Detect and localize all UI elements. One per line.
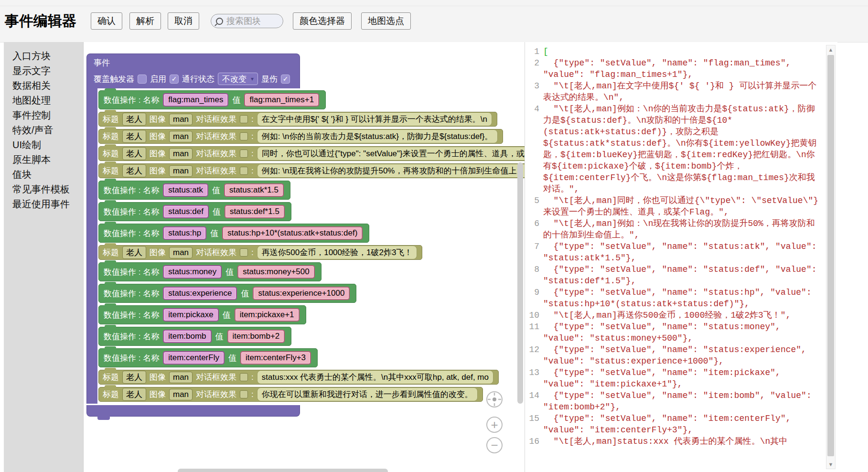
sidebar-item-4[interactable]: 地图处理 — [4, 93, 83, 108]
workspace-horizontal-scrollbar[interactable] — [178, 469, 388, 472]
scroll-up-arrow-icon[interactable]: ▲ — [826, 46, 835, 54]
dialog-effect-label: 对话框效果 — [196, 114, 236, 125]
value-chip[interactable]: flag:man_times+1 — [244, 93, 319, 107]
workspace-vertical-scrollbar[interactable] — [517, 162, 523, 404]
sidebar-item-8[interactable]: 原生脚本 — [4, 152, 83, 167]
image-chip[interactable]: man — [169, 114, 193, 125]
override-trigger-checkbox[interactable] — [138, 75, 147, 84]
title-chip[interactable]: 老人 — [122, 246, 146, 259]
code-scrollbar-thumb[interactable] — [827, 55, 834, 456]
color-picker-button[interactable]: 颜色选择器 — [293, 12, 352, 30]
value-chip[interactable]: item:bomb+2 — [227, 330, 285, 343]
setvalue-block[interactable]: 数值操作 : 名称flag:man_times值flag:man_times+1 — [98, 90, 326, 109]
sidebar-item-1[interactable]: 入口方块 — [4, 49, 83, 64]
name-chip[interactable]: item:bomb — [163, 330, 211, 343]
text-content-field[interactable]: 再送你500金币，1000经验，1破2炸3飞！ — [257, 246, 418, 259]
json-code-panel[interactable]: 1[2 {"type": "setValue", "name": "flag:m… — [525, 42, 837, 472]
search-input[interactable]: 搜索图块 — [211, 14, 283, 28]
event-block-header[interactable]: 事件 覆盖触发器 启用 ✓ 通行状态 不改变 ▾ 显伤 ✓ — [86, 54, 300, 88]
zoom-in-button[interactable]: + — [486, 417, 503, 433]
scroll-down-arrow-icon[interactable]: ▼ — [826, 461, 835, 468]
name-chip[interactable]: status:def — [163, 205, 209, 218]
map-pick-button[interactable]: 地图选点 — [361, 12, 411, 30]
name-chip[interactable]: status:atk — [163, 183, 208, 197]
name-chip[interactable]: item:pickaxe — [163, 308, 218, 322]
setvalue-block[interactable]: 数值操作 : 名称status:money值status:money+500 — [98, 262, 321, 281]
text-block[interactable]: 标题老人图像man对话框效果:status:xxx 代表勇士的某个属性。\n其中… — [98, 370, 499, 385]
sidebar-item-3[interactable]: 数据相关 — [4, 78, 83, 93]
name-chip[interactable]: flag:man_times — [163, 93, 228, 107]
value-chip[interactable]: status:money+500 — [237, 265, 314, 279]
dialog-effect-checkbox[interactable] — [240, 373, 248, 381]
value-chip[interactable]: status:def*1.5 — [225, 205, 285, 218]
title-chip[interactable]: 老人 — [122, 388, 146, 401]
value-chip[interactable]: item:pickaxe+1 — [235, 308, 300, 322]
sidebar-item-11[interactable]: 最近使用事件 — [4, 197, 83, 212]
pass-state-dropdown[interactable]: 不改变 ▾ — [218, 73, 258, 85]
setvalue-block[interactable]: 数值操作 : 名称status:experience值status:experi… — [98, 284, 356, 303]
event-block[interactable]: 事件 覆盖触发器 启用 ✓ 通行状态 不改变 ▾ 显伤 ✓ 数值操作 : 名称f… — [86, 54, 525, 417]
text-content-field[interactable]: 在文字中使用${' ${ '}和 } 可以计算并显示一个表达式的结果。\n — [257, 112, 492, 126]
dialog-effect-checkbox[interactable] — [240, 150, 248, 158]
setvalue-block[interactable]: 数值操作 : 名称status:hp值status:hp+10*(status:… — [98, 224, 369, 243]
code-line: 10 "\t[老人,man]再送你500金币，1000经验，1破2炸3飞！", — [525, 310, 820, 321]
enable-checkbox[interactable]: ✓ — [170, 75, 179, 84]
value-chip[interactable]: status:hp+10*(status:atk+status:def) — [222, 226, 363, 240]
title-chip[interactable]: 老人 — [122, 130, 146, 143]
code-scrollbar[interactable]: ▲ ▼ — [826, 45, 836, 469]
sidebar-item-9[interactable]: 值块 — [4, 167, 83, 182]
text-block[interactable]: 标题老人图像man对话框效果:在文字中使用${' ${ '}和 } 可以计算并显… — [98, 112, 497, 127]
name-chip[interactable]: status:money — [163, 265, 222, 279]
cancel-button[interactable]: 取消 — [168, 12, 199, 30]
setvalue-block[interactable]: 数值操作 : 名称status:atk值status:atk*1.5 — [98, 181, 290, 200]
image-chip[interactable]: man — [169, 131, 193, 142]
dialog-effect-checkbox[interactable] — [240, 167, 248, 175]
image-chip[interactable]: man — [169, 148, 193, 160]
value-chip[interactable]: status:atk*1.5 — [224, 183, 284, 197]
name-chip[interactable]: item:centerFly — [163, 351, 225, 365]
sidebar-item-10[interactable]: 常见事件模板 — [4, 182, 83, 197]
text-content-field[interactable]: 例如: \n你的当前攻击力是${status:atk}，防御力是${status… — [257, 129, 498, 143]
text-content-field[interactable]: status:xxx 代表勇士的某个属性。\n其中xxx可取hp, atk, d… — [257, 370, 493, 384]
parse-button[interactable]: 解析 — [129, 12, 161, 30]
value-chip[interactable]: item:centerFly+3 — [240, 351, 311, 365]
dialog-effect-checkbox[interactable] — [240, 115, 248, 123]
confirm-button[interactable]: 确认 — [91, 12, 122, 30]
text-block[interactable]: 标题老人图像man对话框效果:例如: \n你的当前攻击力是${status:at… — [98, 129, 503, 144]
setvalue-block[interactable]: 数值操作 : 名称item:bomb值item:bomb+2 — [98, 327, 291, 346]
locate-target-button[interactable] — [486, 391, 503, 408]
text-block[interactable]: 标题老人图像man对话框效果:例如: \n现在我将让你的攻防提升50%，再将攻防… — [98, 163, 525, 178]
image-chip[interactable]: man — [169, 165, 193, 177]
setvalue-block[interactable]: 数值操作 : 名称status:def值status:def*1.5 — [98, 202, 291, 221]
sidebar-item-2[interactable]: 显示文字 — [4, 64, 83, 78]
show-damage-checkbox[interactable]: ✓ — [281, 75, 290, 84]
title-chip[interactable]: 老人 — [122, 371, 146, 384]
value-chip[interactable]: status:experience+1000 — [253, 287, 350, 300]
code-editor[interactable]: 1[2 {"type": "setValue", "name": "flag:m… — [525, 46, 820, 447]
colon-label: : — [251, 166, 254, 176]
sidebar-item-6[interactable]: 特效/声音 — [4, 123, 83, 138]
sidebar-item-7[interactable]: UI绘制 — [4, 138, 83, 152]
dialog-effect-checkbox[interactable] — [240, 390, 248, 398]
setvalue-block[interactable]: 数值操作 : 名称item:pickaxe值item:pickaxe+1 — [98, 305, 306, 324]
title-chip[interactable]: 老人 — [122, 147, 146, 160]
blockly-workspace[interactable]: 事件 覆盖触发器 启用 ✓ 通行状态 不改变 ▾ 显伤 ✓ 数值操作 : 名称f… — [84, 42, 525, 472]
text-content-field[interactable]: 例如: \n现在我将让你的攻防提升50%，再将攻防和的十倍加到生命值上。 — [257, 164, 525, 178]
title-chip[interactable]: 老人 — [122, 164, 146, 177]
text-block[interactable]: 标题老人图像man对话框效果:同时，你也可以通过{"type": "setVal… — [98, 146, 525, 161]
image-chip[interactable]: man — [169, 372, 193, 383]
text-content-field[interactable]: 同时，你也可以通过{"type": "setValue"}来设置一个勇士的属性、… — [257, 147, 525, 161]
text-content-field[interactable]: 你现在可以重新和我进行对话，进一步看到属性值的改变。 — [257, 387, 478, 401]
image-chip[interactable]: man — [169, 247, 193, 258]
sidebar-item-5[interactable]: 事件控制 — [4, 108, 83, 123]
zoom-out-button[interactable]: − — [486, 437, 503, 453]
dialog-effect-checkbox[interactable] — [240, 248, 248, 257]
text-block[interactable]: 标题老人图像man对话框效果:再送你500金币，1000经验，1破2炸3飞！ — [98, 245, 422, 260]
name-chip[interactable]: status:experience — [163, 287, 237, 300]
image-chip[interactable]: man — [169, 389, 193, 400]
dialog-effect-checkbox[interactable] — [240, 132, 248, 140]
setvalue-block[interactable]: 数值操作 : 名称item:centerFly值item:centerFly+3 — [98, 348, 318, 367]
text-block[interactable]: 标题老人图像man对话框效果:你现在可以重新和我进行对话，进一步看到属性值的改变… — [98, 387, 483, 402]
name-chip[interactable]: status:hp — [163, 226, 206, 240]
title-chip[interactable]: 老人 — [122, 113, 146, 126]
